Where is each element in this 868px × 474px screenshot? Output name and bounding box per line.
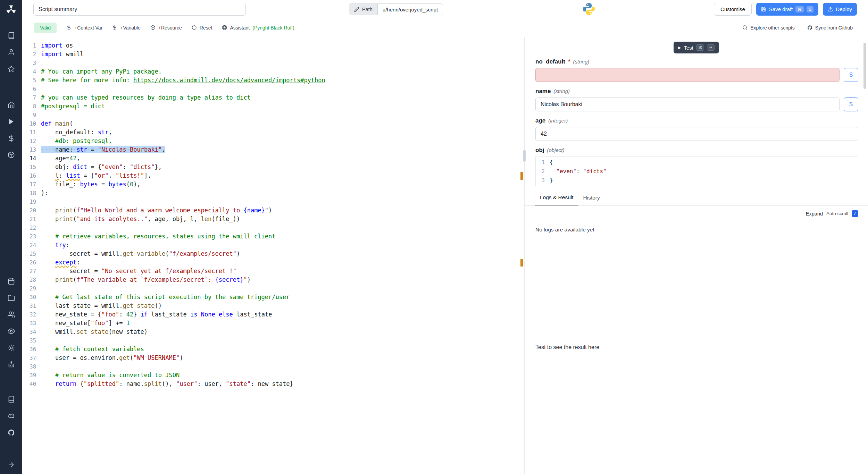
code-line[interactable]: 35 [22, 336, 524, 345]
code-line[interactable]: 20 print(f"Hello World and a warm welcom… [22, 206, 524, 215]
toolbar-sync-from-github-button[interactable]: Sync from Github [807, 25, 853, 31]
panel-scrollbar[interactable] [863, 43, 866, 89]
no_default-insert-variable-button[interactable]: $ [844, 68, 858, 82]
code-line[interactable]: 3 [22, 59, 524, 67]
code-editor[interactable]: 1import os2import wmill34# You can impor… [22, 37, 524, 474]
expand-logs-button[interactable]: Expand [806, 211, 823, 217]
toolbar-add-variable-button[interactable]: +Variable [112, 25, 141, 31]
code-line[interactable]: 6 [22, 85, 524, 93]
sidebar-item-audit-logs[interactable] [8, 328, 15, 335]
script-summary-input[interactable] [33, 3, 246, 16]
code-line[interactable]: 22 [22, 223, 524, 232]
sidebar-item-variables[interactable] [8, 135, 15, 142]
toolbar-assistant-button[interactable]: Assistant(Pyright Black Ruff) [222, 25, 294, 31]
code-text: # return value is converted to JSON [36, 371, 180, 380]
edit-path-button[interactable]: Path [349, 4, 378, 15]
code-line[interactable]: 40 return {"splitted": name.split(), "us… [22, 380, 524, 388]
code-line[interactable]: 17 file_: bytes = bytes(0), [22, 180, 524, 189]
sidebar-item-schedules[interactable] [8, 278, 15, 285]
json-code: { [550, 158, 553, 167]
auto-scroll-label: Auto scroll [826, 211, 848, 216]
sidebar-item-docs[interactable] [8, 32, 15, 39]
expand-sidebar-button[interactable] [8, 461, 15, 468]
customise-button[interactable]: Customise [714, 3, 752, 16]
panel-resize-handle[interactable] [523, 150, 526, 162]
code-line[interactable]: 23 # retrieve variables, resources, stat… [22, 232, 524, 241]
code-line[interactable]: 13····name:·str·=·"Nicolas·Bourbaki", [22, 145, 524, 154]
field-name: age [535, 117, 545, 124]
line-number: 39 [22, 371, 36, 380]
sidebar-item-discord[interactable] [8, 412, 15, 420]
code-line[interactable]: 18): [22, 189, 524, 197]
code-line[interactable]: 16 l: list = ["or", "lists!"], [22, 171, 524, 180]
code-line[interactable]: 1import os [22, 41, 524, 50]
warning-marker [520, 259, 523, 266]
sidebar-item-favorites[interactable] [8, 65, 15, 73]
line-number: 38 [22, 362, 36, 371]
sidebar-item-documentation[interactable] [8, 396, 15, 403]
toolbar-add-context-var-label: +Context Var [74, 25, 102, 31]
code-line[interactable]: 5# See here for more info: https://docs.… [22, 76, 524, 85]
toolbar-explore-other-scripts-button[interactable]: Explore other scripts [742, 25, 795, 31]
code-line[interactable]: 37 user = os.environ.get("WM_USERNAME") [22, 354, 524, 362]
code-line[interactable]: 8#postgresql = dict [22, 102, 524, 111]
code-line[interactable]: 26 except: [22, 258, 524, 267]
code-line[interactable]: 19 [22, 197, 524, 206]
home-icon [8, 101, 15, 109]
name-input[interactable] [535, 98, 840, 111]
toolbar-reset-button[interactable]: Reset [192, 25, 212, 31]
field-name: no_default [535, 58, 565, 65]
code-line[interactable]: 31 last_state = wmill.get_state() [22, 302, 524, 310]
auto-scroll-checkbox[interactable]: ✓ [852, 210, 858, 217]
name-insert-variable-button[interactable]: $ [844, 98, 858, 111]
python-logo-icon [582, 2, 596, 16]
play-icon: ▶ [678, 46, 681, 50]
toolbar-add-context-var-button[interactable]: +Context Var [66, 25, 102, 31]
code-line[interactable]: 24 try: [22, 241, 524, 249]
windmill-logo[interactable] [6, 4, 17, 15]
deploy-button[interactable]: Deploy [823, 3, 857, 16]
code-line[interactable]: 11 no_default: str, [22, 128, 524, 137]
sidebar-item-runs[interactable] [8, 118, 15, 125]
sidebar-item-groups[interactable] [8, 311, 15, 318]
code-line[interactable]: 39 # return value is converted to JSON [22, 371, 524, 380]
code-line[interactable]: 38 [22, 362, 524, 371]
code-line[interactable]: 29 [22, 284, 524, 293]
sidebar-item-settings[interactable] [8, 344, 15, 352]
field-label: name(string) [535, 88, 858, 95]
obj-json-editor[interactable]: 1{2 "even": "dicts"3} [535, 156, 858, 186]
code-line[interactable]: 32 new_state = {"foo": 42} if last_state… [22, 310, 524, 319]
code-line[interactable]: 9 [22, 111, 524, 119]
code-text: last_state = wmill.get_state() [36, 302, 162, 310]
tab-history[interactable]: History [578, 191, 605, 205]
code-line[interactable]: 33 new_state["foo"] += 1 [22, 319, 524, 328]
code-line[interactable]: 34 wmill.set_state(new_state) [22, 328, 524, 336]
code-line[interactable]: 12 #db: postgresql, [22, 137, 524, 145]
save-draft-button[interactable]: Save draft ⌘ S [756, 3, 818, 16]
toolbar-add-resource-button[interactable]: +Resource [150, 25, 182, 31]
tab-logs-result[interactable]: Logs & Result [535, 191, 578, 205]
code-line[interactable]: 2import wmill [22, 50, 524, 59]
no_default-input[interactable] [535, 68, 840, 82]
sidebar-item-home[interactable] [8, 101, 15, 109]
code-line[interactable]: 28 print(f"The variable at `f/examples/s… [22, 276, 524, 284]
sidebar-item-folders[interactable] [8, 294, 15, 302]
age-input[interactable] [535, 127, 858, 141]
code-line[interactable]: 4# You can import any PyPi package. [22, 67, 524, 76]
code-line[interactable]: 14 age=42, [22, 154, 524, 163]
code-text: except: [36, 258, 80, 267]
code-line[interactable]: 36 # fetch context variables [22, 345, 524, 354]
code-line[interactable]: 30 # Get last state of this script execu… [22, 293, 524, 302]
code-line[interactable]: 10def main( [22, 119, 524, 128]
code-line[interactable]: 15 obj: dict = {"even": "dicts"}, [22, 163, 524, 171]
test-button[interactable]: ▶ Test ⌘ ↵ [674, 42, 719, 53]
sidebar-item-workers[interactable] [8, 361, 15, 368]
sidebar-item-account[interactable] [8, 49, 15, 56]
code-line[interactable]: 7# you can use typed resources by doing … [22, 93, 524, 102]
code-line[interactable]: 25 secret = wmill.get_variable("f/exampl… [22, 249, 524, 258]
sidebar-item-resources[interactable] [8, 151, 15, 159]
sidebar-item-github[interactable] [8, 429, 15, 436]
code-line[interactable]: 27 secret = "No secret yet at f/examples… [22, 267, 524, 276]
code-line[interactable]: 21 print("and its acolytes..", age, obj,… [22, 215, 524, 223]
package-icon [8, 151, 15, 159]
